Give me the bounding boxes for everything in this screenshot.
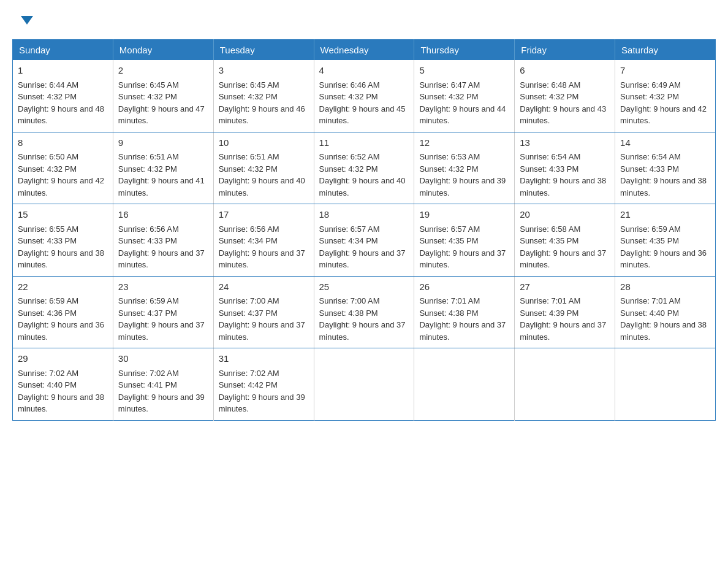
calendar-cell: 5Sunrise: 6:47 AMSunset: 4:32 PMDaylight… (414, 60, 515, 132)
column-header-friday: Friday (515, 40, 615, 61)
sunset-text: Sunset: 4:35 PM (419, 236, 478, 245)
logo (18, 18, 33, 27)
calendar-cell: 26Sunrise: 7:01 AMSunset: 4:38 PMDayligh… (414, 276, 515, 348)
daylight-text: Daylight: 9 hours and 41 minutes. (118, 176, 205, 197)
calendar-cell: 8Sunrise: 6:50 AMSunset: 4:32 PMDaylight… (13, 132, 113, 204)
daylight-text: Daylight: 9 hours and 39 minutes. (419, 176, 506, 197)
day-number: 24 (219, 280, 309, 294)
daylight-text: Daylight: 9 hours and 37 minutes. (319, 248, 406, 270)
sunset-text: Sunset: 4:40 PM (18, 380, 77, 389)
daylight-text: Daylight: 9 hours and 39 minutes. (118, 393, 205, 414)
daylight-text: Daylight: 9 hours and 36 minutes. (620, 248, 707, 270)
daylight-text: Daylight: 9 hours and 48 minutes. (18, 104, 104, 126)
sunset-text: Sunset: 4:36 PM (18, 308, 77, 318)
sunrise-text: Sunrise: 6:54 AM (520, 152, 580, 161)
sunrise-text: Sunrise: 6:53 AM (419, 152, 480, 161)
daylight-text: Daylight: 9 hours and 37 minutes. (520, 248, 606, 270)
logo-triangle-icon (21, 16, 33, 25)
day-number: 29 (18, 352, 108, 366)
daylight-text: Daylight: 9 hours and 44 minutes. (419, 104, 506, 126)
sunrise-text: Sunrise: 7:02 AM (118, 369, 179, 378)
calendar-week-5: 29Sunrise: 7:02 AMSunset: 4:40 PMDayligh… (13, 348, 716, 421)
daylight-text: Daylight: 9 hours and 39 minutes. (219, 393, 305, 414)
day-number: 1 (18, 64, 108, 78)
daylight-text: Daylight: 9 hours and 37 minutes. (520, 320, 606, 342)
sunrise-text: Sunrise: 6:47 AM (419, 80, 480, 90)
calendar-cell (615, 348, 716, 421)
calendar-cell: 22Sunrise: 6:59 AMSunset: 4:36 PMDayligh… (13, 276, 113, 348)
calendar-week-3: 15Sunrise: 6:55 AMSunset: 4:33 PMDayligh… (13, 204, 716, 277)
daylight-text: Daylight: 9 hours and 37 minutes. (118, 248, 205, 270)
daylight-text: Daylight: 9 hours and 46 minutes. (219, 104, 305, 126)
sunrise-text: Sunrise: 7:01 AM (520, 296, 580, 305)
sunset-text: Sunset: 4:32 PM (219, 92, 278, 101)
calendar-cell: 28Sunrise: 7:01 AMSunset: 4:40 PMDayligh… (615, 276, 716, 348)
sunrise-text: Sunrise: 6:49 AM (620, 80, 681, 90)
day-number: 26 (419, 280, 509, 294)
day-number: 12 (419, 136, 509, 150)
sunset-text: Sunset: 4:33 PM (118, 236, 177, 245)
sunset-text: Sunset: 4:32 PM (319, 164, 378, 174)
sunrise-text: Sunrise: 7:01 AM (419, 296, 480, 305)
sunset-text: Sunset: 4:32 PM (419, 92, 478, 101)
sunset-text: Sunset: 4:35 PM (620, 236, 679, 245)
calendar-cell: 16Sunrise: 6:56 AMSunset: 4:33 PMDayligh… (113, 204, 213, 277)
column-header-wednesday: Wednesday (314, 40, 414, 61)
calendar-header-row: SundayMondayTuesdayWednesdayThursdayFrid… (13, 40, 716, 61)
sunrise-text: Sunrise: 6:59 AM (18, 296, 78, 305)
column-header-tuesday: Tuesday (213, 40, 314, 61)
calendar-cell (414, 348, 515, 421)
daylight-text: Daylight: 9 hours and 38 minutes. (620, 176, 707, 197)
calendar-cell: 29Sunrise: 7:02 AMSunset: 4:40 PMDayligh… (13, 348, 113, 421)
day-number: 8 (18, 136, 108, 150)
calendar-cell: 19Sunrise: 6:57 AMSunset: 4:35 PMDayligh… (414, 204, 515, 277)
calendar-cell: 12Sunrise: 6:53 AMSunset: 4:32 PMDayligh… (414, 132, 515, 204)
calendar-cell: 13Sunrise: 6:54 AMSunset: 4:33 PMDayligh… (515, 132, 615, 204)
calendar-week-1: 1Sunrise: 6:44 AMSunset: 4:32 PMDaylight… (13, 60, 716, 132)
sunset-text: Sunset: 4:32 PM (18, 92, 77, 101)
sunset-text: Sunset: 4:42 PM (219, 380, 278, 389)
calendar-cell: 2Sunrise: 6:45 AMSunset: 4:32 PMDaylight… (113, 60, 213, 132)
calendar-cell: 31Sunrise: 7:02 AMSunset: 4:42 PMDayligh… (213, 348, 314, 421)
sunrise-text: Sunrise: 6:55 AM (18, 224, 78, 234)
sunrise-text: Sunrise: 6:57 AM (419, 224, 480, 234)
sunrise-text: Sunrise: 6:56 AM (219, 224, 279, 234)
daylight-text: Daylight: 9 hours and 37 minutes. (419, 320, 506, 342)
sunrise-text: Sunrise: 6:46 AM (319, 80, 380, 90)
day-number: 15 (18, 208, 108, 222)
calendar-week-2: 8Sunrise: 6:50 AMSunset: 4:32 PMDaylight… (13, 132, 716, 204)
daylight-text: Daylight: 9 hours and 38 minutes. (620, 320, 707, 342)
sunrise-text: Sunrise: 6:57 AM (319, 224, 380, 234)
sunrise-text: Sunrise: 6:44 AM (18, 80, 78, 90)
calendar-cell: 27Sunrise: 7:01 AMSunset: 4:39 PMDayligh… (515, 276, 615, 348)
day-number: 7 (620, 64, 710, 78)
calendar-cell: 18Sunrise: 6:57 AMSunset: 4:34 PMDayligh… (314, 204, 414, 277)
day-number: 19 (419, 208, 509, 222)
daylight-text: Daylight: 9 hours and 38 minutes. (520, 176, 606, 197)
sunset-text: Sunset: 4:32 PM (419, 164, 478, 174)
day-number: 27 (520, 280, 610, 294)
day-number: 20 (520, 208, 610, 222)
sunset-text: Sunset: 4:32 PM (319, 92, 378, 101)
calendar-week-4: 22Sunrise: 6:59 AMSunset: 4:36 PMDayligh… (13, 276, 716, 348)
sunrise-text: Sunrise: 6:45 AM (219, 80, 279, 90)
sunset-text: Sunset: 4:35 PM (520, 236, 578, 245)
calendar-cell: 20Sunrise: 6:58 AMSunset: 4:35 PMDayligh… (515, 204, 615, 277)
calendar-cell: 10Sunrise: 6:51 AMSunset: 4:32 PMDayligh… (213, 132, 314, 204)
sunset-text: Sunset: 4:32 PM (219, 164, 278, 174)
day-number: 25 (319, 280, 409, 294)
calendar-cell: 1Sunrise: 6:44 AMSunset: 4:32 PMDaylight… (13, 60, 113, 132)
daylight-text: Daylight: 9 hours and 42 minutes. (18, 176, 104, 197)
day-number: 6 (520, 64, 610, 78)
calendar-cell: 30Sunrise: 7:02 AMSunset: 4:41 PMDayligh… (113, 348, 213, 421)
daylight-text: Daylight: 9 hours and 45 minutes. (319, 104, 406, 126)
day-number: 3 (219, 64, 309, 78)
daylight-text: Daylight: 9 hours and 37 minutes. (118, 320, 205, 342)
sunset-text: Sunset: 4:32 PM (118, 164, 177, 174)
sunrise-text: Sunrise: 7:02 AM (219, 369, 279, 378)
sunset-text: Sunset: 4:33 PM (18, 236, 77, 245)
sunrise-text: Sunrise: 7:00 AM (219, 296, 279, 305)
sunset-text: Sunset: 4:32 PM (118, 92, 177, 101)
calendar-cell: 4Sunrise: 6:46 AMSunset: 4:32 PMDaylight… (314, 60, 414, 132)
daylight-text: Daylight: 9 hours and 40 minutes. (319, 176, 406, 197)
